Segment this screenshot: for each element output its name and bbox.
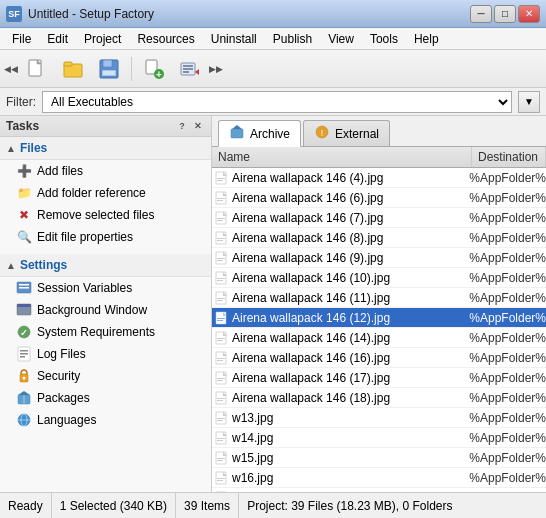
file-icon: [212, 328, 232, 348]
task-item[interactable]: Security: [0, 365, 211, 387]
file-row[interactable]: Airena wallapack 146 (12).jpg%AppFolder%: [212, 308, 546, 328]
file-row[interactable]: Airena wallapack 146 (11).jpg%AppFolder%: [212, 288, 546, 308]
app-icon: SF: [6, 6, 22, 22]
menu-item-publish[interactable]: Publish: [265, 30, 320, 48]
file-name: w15.jpg: [232, 451, 465, 465]
selected-text: 1 Selected (340 KB): [60, 499, 167, 513]
file-row[interactable]: Airena wallapack 146 (17).jpg%AppFolder%: [212, 368, 546, 388]
toolbar: ◀◀ + ▶▶: [0, 50, 546, 88]
file-row[interactable]: Airena wallapack 146 (18).jpg%AppFolder%: [212, 388, 546, 408]
maximize-button[interactable]: □: [494, 5, 516, 23]
external-tab-label: External: [335, 127, 379, 141]
svg-rect-85: [217, 400, 223, 401]
file-dest: %AppFolder%: [465, 291, 546, 305]
toolbar-overflow-left[interactable]: ◀◀: [4, 54, 18, 84]
svg-rect-19: [17, 304, 31, 307]
file-row[interactable]: w14.jpg%AppFolder%: [212, 428, 546, 448]
svg-rect-64: [217, 298, 225, 299]
task-item[interactable]: ✖ Remove selected files: [0, 204, 211, 226]
menu-item-resources[interactable]: Resources: [129, 30, 202, 48]
svg-rect-24: [20, 353, 28, 355]
file-list-container: Name Destination Airena wallapack 146 (4…: [212, 147, 546, 492]
svg-rect-40: [217, 178, 225, 179]
archive-tab-label: Archive: [250, 127, 290, 141]
file-row[interactable]: Airena wallapack 146 (9).jpg%AppFolder%: [212, 248, 546, 268]
file-dest: %AppFolder%: [465, 491, 546, 493]
task-item[interactable]: Packages: [0, 387, 211, 409]
menu-item-tools[interactable]: Tools: [362, 30, 406, 48]
open-button[interactable]: [56, 54, 90, 84]
settings-section-header[interactable]: ▲ Settings: [0, 254, 211, 277]
task-item[interactable]: Log Files: [0, 343, 211, 365]
minimize-button[interactable]: ─: [470, 5, 492, 23]
menu-item-edit[interactable]: Edit: [39, 30, 76, 48]
file-row[interactable]: w16.jpg%AppFolder%: [212, 468, 546, 488]
task-item[interactable]: Languages: [0, 409, 211, 431]
svg-rect-11: [183, 65, 193, 67]
file-name: w17.jpg: [232, 491, 465, 493]
svg-rect-44: [217, 198, 225, 199]
file-row[interactable]: w13.jpg%AppFolder%: [212, 408, 546, 428]
menu-item-help[interactable]: Help: [406, 30, 447, 48]
file-icon: [212, 308, 232, 328]
menu-item-file[interactable]: File: [4, 30, 39, 48]
svg-rect-84: [217, 398, 225, 399]
file-row[interactable]: w17.jpg%AppFolder%: [212, 488, 546, 492]
tab-archive[interactable]: Archive: [218, 120, 301, 147]
close-button[interactable]: ✕: [518, 5, 540, 23]
file-row[interactable]: Airena wallapack 146 (7).jpg%AppFolder%: [212, 208, 546, 228]
save-button[interactable]: [92, 54, 126, 84]
task-item[interactable]: 📁 Add folder reference: [0, 182, 211, 204]
file-dest: %AppFolder%: [465, 191, 546, 205]
build-button[interactable]: [173, 54, 207, 84]
file-row[interactable]: Airena wallapack 146 (6).jpg%AppFolder%: [212, 188, 546, 208]
menu-item-project[interactable]: Project: [76, 30, 129, 48]
task-item[interactable]: ✓ System Requirements: [0, 321, 211, 343]
file-row[interactable]: w15.jpg%AppFolder%: [212, 448, 546, 468]
panel-help-icon[interactable]: ?: [175, 119, 189, 133]
task-label: Packages: [37, 391, 90, 405]
task-item[interactable]: ➕ Add files: [0, 160, 211, 182]
file-row[interactable]: Airena wallapack 146 (16).jpg%AppFolder%: [212, 348, 546, 368]
svg-text:+: +: [156, 69, 162, 80]
file-icon: [212, 248, 232, 268]
toolbar-overflow-right[interactable]: ▶▶: [209, 54, 223, 84]
file-name: Airena wallapack 146 (11).jpg: [232, 291, 465, 305]
file-row[interactable]: Airena wallapack 146 (8).jpg%AppFolder%: [212, 228, 546, 248]
filter-expand-button[interactable]: ▼: [518, 91, 540, 113]
menu-item-view[interactable]: View: [320, 30, 362, 48]
files-section-header[interactable]: ▲ Files: [0, 137, 211, 160]
task-item[interactable]: Session Variables: [0, 277, 211, 299]
menu-item-uninstall[interactable]: Uninstall: [203, 30, 265, 48]
file-icon: [212, 188, 232, 208]
task-label: Background Window: [37, 303, 147, 317]
file-dest: %AppFolder%: [465, 431, 546, 445]
items-text: 39 Items: [184, 499, 230, 513]
file-dest: %AppFolder%: [465, 171, 546, 185]
add-folder-icon: 📁: [16, 185, 32, 201]
task-item[interactable]: 🔍 Edit file properties: [0, 226, 211, 248]
svg-text:!: !: [321, 128, 324, 138]
file-name: Airena wallapack 146 (18).jpg: [232, 391, 465, 405]
svg-rect-76: [217, 358, 225, 359]
filter-select[interactable]: All Executables All Files Custom Filter: [42, 91, 512, 113]
file-dest: %AppFolder%: [465, 471, 546, 485]
svg-rect-41: [217, 180, 223, 181]
settings-section-title: Settings: [20, 258, 67, 272]
svg-rect-65: [217, 300, 223, 301]
status-ready: Ready: [8, 493, 52, 518]
tab-external[interactable]: ! External: [303, 120, 390, 146]
add-files-button[interactable]: +: [137, 54, 171, 84]
file-name: Airena wallapack 146 (7).jpg: [232, 211, 465, 225]
svg-rect-89: [217, 420, 223, 421]
task-item[interactable]: Background Window: [0, 299, 211, 321]
new-button[interactable]: [20, 54, 54, 84]
file-row[interactable]: Airena wallapack 146 (14).jpg%AppFolder%: [212, 328, 546, 348]
status-text: Ready: [8, 499, 43, 513]
task-label: Log Files: [37, 347, 86, 361]
file-row[interactable]: Airena wallapack 146 (10).jpg%AppFolder%: [212, 268, 546, 288]
svg-rect-92: [217, 438, 225, 439]
file-row[interactable]: Airena wallapack 146 (4).jpg%AppFolder%: [212, 168, 546, 188]
panel-close-icon[interactable]: ✕: [191, 119, 205, 133]
task-label: Add folder reference: [37, 186, 146, 200]
